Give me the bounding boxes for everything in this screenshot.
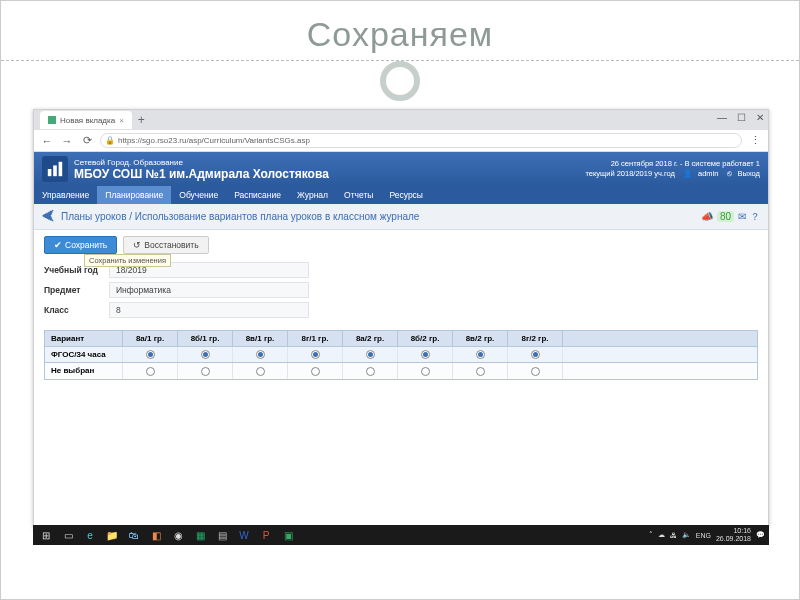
powerpoint-icon[interactable]: P	[257, 527, 275, 543]
nav-item-1[interactable]: Планирование	[97, 186, 171, 204]
radio-cell[interactable]	[453, 347, 508, 362]
radio-cell[interactable]	[233, 363, 288, 378]
word-icon[interactable]: W	[235, 527, 253, 543]
radio-cell[interactable]	[123, 363, 178, 378]
window-maximize[interactable]: ☐	[737, 112, 746, 123]
radio-cell[interactable]	[178, 363, 233, 378]
excel-icon[interactable]: ▦	[191, 527, 209, 543]
app-icon-1[interactable]: ◧	[147, 527, 165, 543]
taskbar-clock[interactable]: 10:16 26.09.2018	[716, 527, 751, 542]
notification-badge[interactable]: 80	[717, 211, 734, 222]
radio-button[interactable]	[146, 367, 155, 376]
radio-button[interactable]	[256, 367, 265, 376]
window-minimize[interactable]: —	[717, 112, 727, 123]
explorer-icon[interactable]: 📁	[103, 527, 121, 543]
start-button[interactable]: ⊞	[37, 527, 55, 543]
status-date: 26 сентября 2018 г. - В системе работает…	[579, 159, 760, 170]
radio-cell[interactable]	[453, 363, 508, 378]
url-text: https://sgo.rso23.ru/asp/Curriculum/Vari…	[118, 136, 310, 145]
radio-cell[interactable]	[288, 363, 343, 378]
nav-item-6[interactable]: Ресурсы	[381, 186, 431, 204]
tray-chevron-icon[interactable]: ˄	[649, 531, 653, 539]
nav-item-3[interactable]: Расписание	[226, 186, 289, 204]
radio-cell[interactable]	[123, 347, 178, 362]
radio-button[interactable]	[146, 350, 155, 359]
nav-item-0[interactable]: Управление	[34, 186, 97, 204]
url-input[interactable]: 🔒 https://sgo.rso23.ru/asp/Curriculum/Va…	[100, 133, 742, 148]
radio-cell[interactable]	[343, 347, 398, 362]
nav-item-2[interactable]: Обучение	[171, 186, 226, 204]
back-button[interactable]: ←	[40, 135, 54, 147]
lock-icon: 🔒	[105, 136, 115, 145]
radio-button[interactable]	[531, 367, 540, 376]
radio-button[interactable]	[311, 350, 320, 359]
variants-grid: Вариант8а/1 гр.8б/1 гр.8в/1 гр.8г/1 гр.8…	[44, 330, 758, 380]
col-header-group-6: 8в/2 гр.	[453, 331, 508, 346]
breadcrumb-text: Планы уроков / Использование вариантов п…	[61, 211, 419, 222]
exit-link[interactable]: Выход	[738, 169, 760, 178]
radio-cell[interactable]	[398, 363, 453, 378]
browser-tab[interactable]: Новая вкладка ×	[40, 111, 132, 129]
chrome-icon[interactable]: ◉	[169, 527, 187, 543]
breadcrumb: ⮜ Планы уроков / Использование вариантов…	[34, 204, 768, 230]
tray-volume-icon[interactable]: 🔈	[682, 531, 691, 539]
restore-button[interactable]: ↺ Восстановить	[123, 236, 208, 254]
nav-item-5[interactable]: Отчеты	[336, 186, 381, 204]
task-view-icon[interactable]: ▭	[59, 527, 77, 543]
tray-cloud-icon[interactable]: ☁	[658, 531, 665, 539]
subject-value[interactable]: Информатика	[109, 282, 309, 298]
radio-cell[interactable]	[178, 347, 233, 362]
radio-button[interactable]	[476, 367, 485, 376]
help-icon[interactable]: ？	[750, 210, 760, 224]
slide-title: Сохраняем	[1, 1, 799, 60]
status-year: текущий 2018/2019 уч.год	[585, 169, 675, 178]
tab-close-icon[interactable]: ×	[119, 116, 124, 125]
radio-button[interactable]	[201, 367, 210, 376]
radio-cell[interactable]	[508, 363, 563, 378]
radio-button[interactable]	[311, 367, 320, 376]
tray-lang[interactable]: ENG	[696, 532, 711, 539]
col-header-group-2: 8в/1 гр.	[233, 331, 288, 346]
tray-notifications-icon[interactable]: 💬	[756, 531, 765, 539]
app-status: 26 сентября 2018 г. - В системе работает…	[579, 159, 760, 180]
breadcrumb-back-icon[interactable]: ⮜	[42, 209, 55, 224]
mail-icon[interactable]: ✉	[738, 211, 746, 222]
radio-cell[interactable]	[343, 363, 398, 378]
megaphone-icon[interactable]: 📣	[701, 211, 713, 222]
radio-button[interactable]	[256, 350, 265, 359]
radio-button[interactable]	[366, 367, 375, 376]
app-icon-3[interactable]: ▣	[279, 527, 297, 543]
store-icon[interactable]: 🛍	[125, 527, 143, 543]
user-icon: 👤	[683, 169, 692, 178]
save-tooltip: Сохранить изменения	[84, 254, 171, 267]
radio-cell[interactable]	[288, 347, 343, 362]
class-label: Класс	[44, 305, 109, 315]
radio-button[interactable]	[366, 350, 375, 359]
app-logo	[42, 156, 68, 182]
class-value[interactable]: 8	[109, 302, 309, 318]
radio-cell[interactable]	[398, 347, 453, 362]
radio-button[interactable]	[421, 367, 430, 376]
reload-button[interactable]: ⟳	[80, 134, 94, 147]
radio-cell[interactable]	[233, 347, 288, 362]
nav-item-4[interactable]: Журнал	[289, 186, 336, 204]
app-title: МБОУ СОШ №1 им.Адмирала Холостякова	[74, 167, 579, 181]
window-close[interactable]: ✕	[756, 112, 764, 123]
grid-row: Не выбран	[45, 362, 757, 378]
app-icon-2[interactable]: ▤	[213, 527, 231, 543]
tray-network-icon[interactable]: 🖧	[670, 532, 677, 539]
save-button[interactable]: ✔ Сохранить	[44, 236, 117, 254]
form-area: Учебный год 18/2019 Предмет Информатика …	[34, 260, 768, 330]
edge-icon[interactable]: e	[81, 527, 99, 543]
user-name[interactable]: admin	[698, 169, 718, 178]
row-label: Не выбран	[45, 363, 123, 378]
forward-button[interactable]: →	[60, 135, 74, 147]
radio-cell[interactable]	[508, 347, 563, 362]
menu-icon[interactable]: ⋮	[748, 134, 762, 147]
new-tab-button[interactable]: +	[132, 113, 151, 127]
radio-button[interactable]	[476, 350, 485, 359]
radio-button[interactable]	[201, 350, 210, 359]
tab-bar: Новая вкладка × + — ☐ ✕	[34, 110, 768, 130]
radio-button[interactable]	[421, 350, 430, 359]
radio-button[interactable]	[531, 350, 540, 359]
